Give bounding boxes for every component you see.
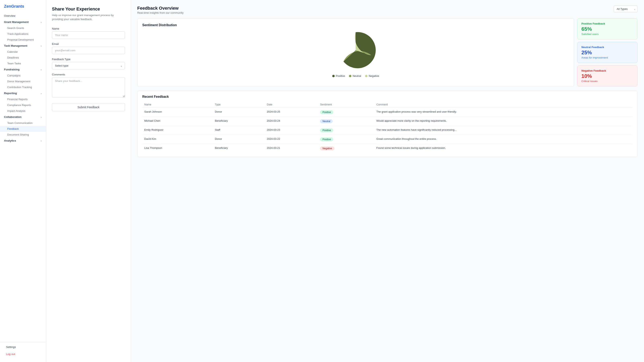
name-input[interactable] bbox=[52, 31, 125, 39]
recent-feedback-table: Name Type Date Sentiment Comment Sarah J… bbox=[142, 101, 632, 153]
legend-label-neutral: Neutral bbox=[352, 74, 361, 77]
pie-chart bbox=[336, 30, 376, 70]
sidebar-section-collaboration[interactable]: Collaboration ⌄ bbox=[0, 114, 46, 120]
filter-wrapper: All Types Donor Beneficiary Staff ⌄ bbox=[614, 6, 638, 12]
legend-dot-negative bbox=[365, 75, 368, 77]
cell-comment: Found some technical issues during appli… bbox=[374, 144, 632, 153]
email-group: Email bbox=[52, 42, 125, 54]
submit-feedback-button[interactable]: Submit Feedback bbox=[52, 103, 125, 111]
cell-comment: Would appreciate more clarity on the rep… bbox=[374, 117, 632, 126]
cell-name: Emily Rodriguez bbox=[142, 126, 213, 135]
legend-label-positive: Positive bbox=[336, 74, 345, 77]
sidebar-item-financial-reports[interactable]: Financial Reports bbox=[0, 96, 46, 102]
col-type: Type bbox=[213, 101, 265, 108]
cell-date: 2024-03-23 bbox=[265, 126, 318, 135]
app-logo[interactable]: ZenGrants bbox=[0, 4, 46, 13]
cell-name: David Kim bbox=[142, 135, 213, 144]
cell-name: Sarah Johnson bbox=[142, 108, 213, 117]
cell-type: Donor bbox=[213, 108, 265, 117]
stat-card-positive: Positive Feedback 65% Satisfied users bbox=[577, 18, 638, 39]
stat-neutral-sub: Areas for improvement bbox=[582, 56, 633, 59]
email-label: Email bbox=[52, 42, 125, 45]
form-title: Share Your Experience bbox=[52, 6, 125, 12]
filter-select[interactable]: All Types Donor Beneficiary Staff bbox=[614, 6, 638, 12]
table-head: Name Type Date Sentiment Comment bbox=[142, 101, 632, 108]
chevron-down-icon: ⌄ bbox=[40, 44, 42, 47]
stats-column: Positive Feedback 65% Satisfied users Ne… bbox=[577, 18, 638, 87]
sidebar-item-proposal-development[interactable]: Proposal Development bbox=[0, 37, 46, 43]
feedback-overview-panel: Feedback Overview Real-time insights fro… bbox=[131, 0, 644, 362]
legend-neutral: Neutral bbox=[349, 74, 361, 77]
sidebar-section-reporting[interactable]: Reporting ⌄ bbox=[0, 90, 46, 96]
sidebar-item-impact-analysis[interactable]: Impact Analysis bbox=[0, 108, 46, 114]
cell-date: 2024-03-24 bbox=[265, 117, 318, 126]
sidebar-item-feedback[interactable]: Feedback bbox=[0, 126, 46, 132]
stat-positive-label: Positive Feedback bbox=[582, 22, 633, 25]
cell-sentiment: Neutral bbox=[318, 117, 374, 126]
sidebar-item-compliance-reports[interactable]: Compliance Reports bbox=[0, 102, 46, 108]
cell-date: 2024-03-21 bbox=[265, 144, 318, 153]
sentiment-badge: Neutral bbox=[320, 119, 333, 123]
legend-label-negative: Negative bbox=[369, 74, 379, 77]
feedback-type-group: Feedback Type Select type Donor Benefici… bbox=[52, 58, 125, 69]
sidebar-section-task-management[interactable]: Task Management ⌄ bbox=[0, 43, 46, 49]
overview-header-text: Feedback Overview Real-time insights fro… bbox=[137, 6, 184, 14]
sidebar-item-team-tasks[interactable]: Team Tasks bbox=[0, 60, 46, 66]
feedback-type-select-wrapper: Select type Donor Beneficiary Staff ⌄ bbox=[52, 62, 125, 69]
overview-subtitle: Real-time insights from our community bbox=[137, 11, 184, 14]
sidebar-divider bbox=[0, 342, 46, 342]
sidebar-item-document-sharing[interactable]: Document Sharing bbox=[0, 132, 46, 138]
stat-neutral-value: 25% bbox=[582, 49, 633, 56]
email-input[interactable] bbox=[52, 47, 125, 54]
recent-feedback-card: Recent Feedback Name Type Date Sentiment… bbox=[137, 91, 638, 157]
name-group: Name bbox=[52, 27, 125, 39]
feedback-type-select[interactable]: Select type Donor Beneficiary Staff bbox=[52, 62, 125, 69]
stat-neutral-label: Neutral Feedback bbox=[582, 46, 633, 49]
sidebar-item-deadlines[interactable]: Deadlines bbox=[0, 55, 46, 60]
sidebar-settings-button[interactable]: Settings bbox=[2, 344, 44, 350]
sidebar-item-contribution-tracking[interactable]: Contribution Tracking bbox=[0, 84, 46, 90]
sidebar-item-campaigns[interactable]: Campaigns bbox=[0, 73, 46, 78]
legend-negative: Negative bbox=[365, 74, 379, 77]
cell-comment: The grant application process was very s… bbox=[374, 108, 632, 117]
sidebar-logout-button[interactable]: Log out bbox=[2, 351, 44, 357]
cell-type: Donor bbox=[213, 135, 265, 144]
sidebar-section-analytics[interactable]: Analytics ⌄ bbox=[0, 138, 46, 144]
sidebar-item-calendar[interactable]: Calendar bbox=[0, 49, 46, 55]
col-name: Name bbox=[142, 101, 213, 108]
comments-group: Comments bbox=[52, 73, 125, 98]
cell-type: Staff bbox=[213, 126, 265, 135]
sidebar-item-team-communication[interactable]: Team Communication bbox=[0, 120, 46, 126]
feedback-form-panel: Share Your Experience Help us improve ou… bbox=[46, 0, 131, 362]
cell-date: 2024-03-25 bbox=[265, 108, 318, 117]
stat-positive-sub: Satisfied users bbox=[582, 32, 633, 35]
table-row: Sarah Johnson Donor 2024-03-25 Positive … bbox=[142, 108, 632, 117]
stat-card-neutral: Neutral Feedback 25% Areas for improveme… bbox=[577, 42, 638, 63]
cell-sentiment: Positive bbox=[318, 108, 374, 117]
feedback-type-label: Feedback Type bbox=[52, 58, 125, 61]
table-row: Lisa Thompson Beneficiary 2024-03-21 Neg… bbox=[142, 144, 632, 153]
sentiment-card-title: Sentiment Distribution bbox=[142, 23, 569, 27]
sentiment-badge: Negative bbox=[320, 146, 334, 150]
comments-textarea[interactable] bbox=[52, 77, 125, 97]
stat-negative-label: Negative Feedback bbox=[582, 69, 633, 72]
table-body: Sarah Johnson Donor 2024-03-25 Positive … bbox=[142, 108, 632, 153]
cell-type: Beneficiary bbox=[213, 117, 265, 126]
sentiment-badge: Positive bbox=[320, 110, 333, 114]
sidebar-item-donor-management[interactable]: Donor Management bbox=[0, 78, 46, 84]
stat-negative-sub: Critical issues bbox=[582, 80, 633, 83]
overview-header: Feedback Overview Real-time insights fro… bbox=[137, 6, 638, 14]
sidebar-item-track-applications[interactable]: Track Applications bbox=[0, 31, 46, 37]
overview-title: Feedback Overview bbox=[137, 6, 184, 11]
sentiment-distribution-card: Sentiment Distribution bbox=[137, 18, 574, 87]
sentiment-badge: Positive bbox=[320, 128, 333, 132]
name-label: Name bbox=[52, 27, 125, 30]
legend-dot-neutral bbox=[349, 75, 352, 77]
charts-row: Sentiment Distribution bbox=[137, 18, 638, 87]
sidebar-item-overview[interactable]: Overview bbox=[0, 13, 46, 19]
cell-sentiment: Positive bbox=[318, 126, 374, 135]
sidebar-section-fundraising[interactable]: Fundraising ⌄ bbox=[0, 66, 46, 73]
sidebar-section-grant-management[interactable]: Grant Management ⌄ bbox=[0, 19, 46, 25]
cell-type: Beneficiary bbox=[213, 144, 265, 153]
sidebar-item-search-grants[interactable]: Search Grants bbox=[0, 25, 46, 31]
